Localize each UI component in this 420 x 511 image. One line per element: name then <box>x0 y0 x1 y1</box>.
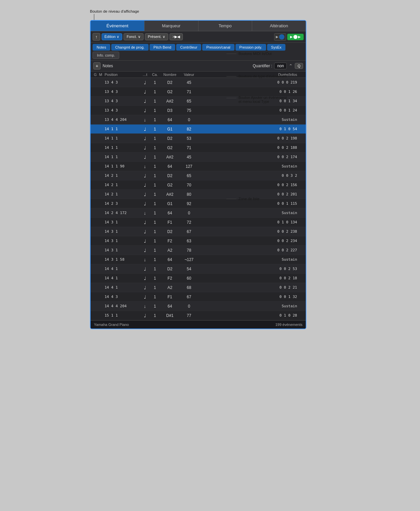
midi-buttons-group: ▶ ▶ ▶ <box>274 33 304 41</box>
cell-duree: 0 1 0 134 <box>198 220 304 224</box>
tab-bar: Événement Marqueur Tempo Altération <box>91 21 306 31</box>
cell-valeur: 77 <box>180 313 198 318</box>
instrument-label: Yamaha Grand Piano <box>94 323 129 327</box>
cell-nombre: A2 <box>160 248 180 253</box>
cell-nombre: F1 <box>160 295 180 299</box>
back-button[interactable]: ↑ <box>93 33 100 41</box>
cell-nombre: 64 <box>160 164 180 169</box>
pitch-bend-button[interactable]: Pitch Bend <box>150 44 175 51</box>
cell-position: 14 3 1 <box>103 220 140 224</box>
cell-nombre: 64 <box>160 118 180 122</box>
cell-ca: 1 <box>150 295 160 299</box>
cell-valeur: 71 <box>180 145 198 150</box>
info-comp-button[interactable]: Info. comp. <box>93 52 119 59</box>
midi-out-circle <box>293 35 297 39</box>
col-g-header: G <box>93 73 98 77</box>
cell-nombre: F2 <box>160 276 180 281</box>
add-event-button[interactable]: + <box>93 62 101 70</box>
status-bar: Yamaha Grand Piano 199 événements <box>91 320 306 329</box>
cell-ca: 1 <box>150 267 160 271</box>
table-row[interactable]: 14 4 1 ♩ 1 A2 68 0 0 2 21 <box>91 283 306 292</box>
cell-type: ♩ <box>140 201 150 206</box>
cell-position: 14 3 1 <box>103 248 140 252</box>
pression-poly-button[interactable]: Pression poly. <box>235 44 266 51</box>
cell-nombre: D3 <box>160 108 180 113</box>
table-row[interactable]: 14 3 1 ♩ 1 A2 78 0 0 2 227 <box>91 246 306 255</box>
q-button[interactable]: Q <box>295 63 303 69</box>
notes-button[interactable]: Notes <box>93 44 110 51</box>
midi-out-button[interactable]: ▶ ▶ <box>287 34 304 40</box>
tab-tempo[interactable]: Tempo <box>199 21 252 31</box>
cell-type: ♩ <box>140 136 150 141</box>
cell-type: ↓ <box>140 117 150 123</box>
cell-type: ♩ <box>140 80 150 85</box>
cell-ca: 1 <box>150 164 160 169</box>
midi-out-arrow2: ▶ <box>298 35 301 39</box>
cell-nombre: 64 <box>160 211 180 215</box>
cell-valeur: 65 <box>180 173 198 178</box>
col-t-header: …t <box>140 73 150 77</box>
cell-valeur: 75 <box>180 108 198 113</box>
cell-nombre: G2 <box>160 90 180 94</box>
cell-ca: 1 <box>150 155 160 159</box>
cell-nombre: F2 <box>160 239 180 243</box>
table-row[interactable]: 14 3 1 ♩ 1 D2 67 0 0 2 238 <box>91 227 306 236</box>
cell-duree: 0 0 2 21 <box>198 285 304 290</box>
cell-nombre: D2 <box>160 267 180 271</box>
cell-ca: 1 <box>150 285 160 290</box>
cell-position: 14 1 1 90 <box>103 164 140 168</box>
cell-valeur: 92 <box>180 201 198 206</box>
ann-midi-text: Boutons MIDI In/Out <box>238 52 272 56</box>
cell-duree: 0 0 2 234 <box>198 239 304 243</box>
cell-ca: 1 <box>150 201 160 206</box>
tab-alteration[interactable]: Altération <box>252 21 306 31</box>
cell-nombre: A#2 <box>160 155 180 159</box>
top-annotation-label: Bouton de niveau d'affichage <box>90 9 139 13</box>
ann-zoneliste-text: Zone de liste <box>238 197 259 201</box>
cell-position: 14 4 4 204 <box>103 304 140 308</box>
sysex-button[interactable]: SysEx <box>267 44 285 51</box>
changmt-prog-button[interactable]: Changmt de prog. <box>111 44 149 51</box>
present-button[interactable]: Présent. ∨ <box>145 33 168 40</box>
event-count: 199 événements <box>275 323 302 327</box>
cell-duree: 0 0 2 18 <box>198 276 304 280</box>
cell-position: 14 2 4 172 <box>103 211 140 215</box>
cell-nombre: G1 <box>160 201 180 206</box>
ann-evttype-item: Boutons de type d'événement <box>226 74 287 78</box>
cell-type: ♩ <box>140 229 150 234</box>
table-row[interactable]: 15 1 1 ♩ 1 D#1 77 0 1 0 28 <box>91 311 306 320</box>
pression-canal-button[interactable]: Pression/canal <box>202 44 234 51</box>
midi-in-circle <box>279 34 284 40</box>
cell-valeur: 0 <box>180 211 198 215</box>
cell-ca: 1 <box>150 145 160 150</box>
cell-type: ♩ <box>140 276 150 281</box>
cell-valeur: 78 <box>180 248 198 253</box>
cell-valeur: 54 <box>180 267 198 271</box>
table-row[interactable]: 14 4 3 ♩ 1 F1 67 0 0 1 32 <box>91 292 306 302</box>
toolbar-row: ↑ Édition ∨ Fonct. ∨ Présent. ∨ >▶◀ ▶ ▶ … <box>91 31 306 43</box>
cell-duree: Sustain <box>198 304 304 308</box>
cell-ca: 1 <box>150 118 160 122</box>
cell-duree: Sustain <box>198 211 304 215</box>
cell-valeur: 80 <box>180 192 198 197</box>
midi-in-container[interactable]: ▶ <box>274 33 286 41</box>
table-row[interactable]: 14 4 4 204 ↓ 1 64 0 Sustain <box>91 302 306 311</box>
cell-valeur: 72 <box>180 220 198 225</box>
cell-position: 14 2 1 <box>103 183 140 187</box>
table-row[interactable]: 14 3 1 ♩ 1 F1 72 0 1 0 134 <box>91 218 306 227</box>
fonct-button[interactable]: Fonct. ∨ <box>124 33 144 40</box>
table-row[interactable]: 14 3 1 58 ↓ 1 64 ¬127 Sustain <box>91 255 306 264</box>
table-row[interactable]: 14 2 4 172 ↓ 1 64 0 Sustain <box>91 208 306 218</box>
table-row[interactable]: 14 4 1 ♩ 1 D2 54 0 0 2 53 <box>91 264 306 274</box>
edition-button[interactable]: Édition ∨ <box>102 33 123 40</box>
cell-type: ♩ <box>140 248 150 253</box>
tab-marqueur[interactable]: Marqueur <box>145 21 199 31</box>
controleur-button[interactable]: Contrôleur <box>176 44 201 51</box>
table-row[interactable]: 14 3 1 ♩ 1 F2 63 0 0 2 234 <box>91 236 306 246</box>
col-pos-header: Position <box>103 73 140 77</box>
cell-type: ↓ <box>140 210 150 216</box>
quantifier-stepper[interactable]: ⌃ <box>289 63 293 69</box>
table-row[interactable]: 14 4 1 ♩ 1 F2 60 0 0 2 18 <box>91 274 306 283</box>
filter-button[interactable]: >▶◀ <box>170 33 183 40</box>
tab-evenement[interactable]: Événement <box>91 21 145 31</box>
